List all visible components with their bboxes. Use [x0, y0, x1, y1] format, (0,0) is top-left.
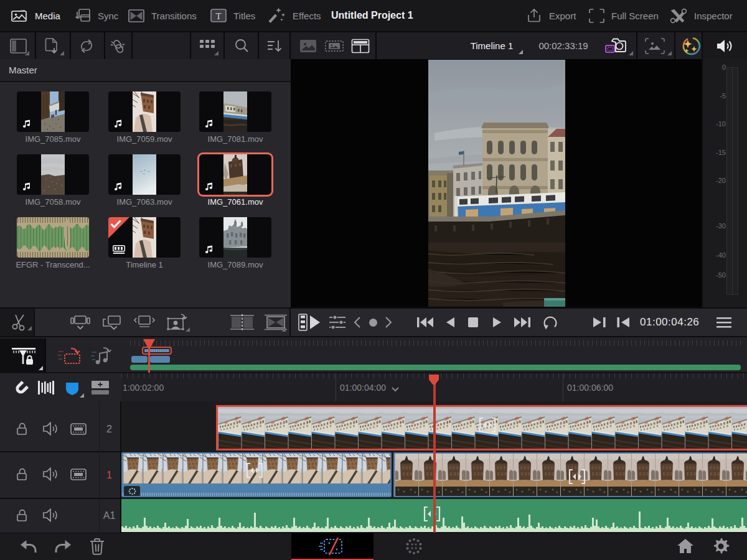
- svg-text:T: T: [215, 11, 221, 21]
